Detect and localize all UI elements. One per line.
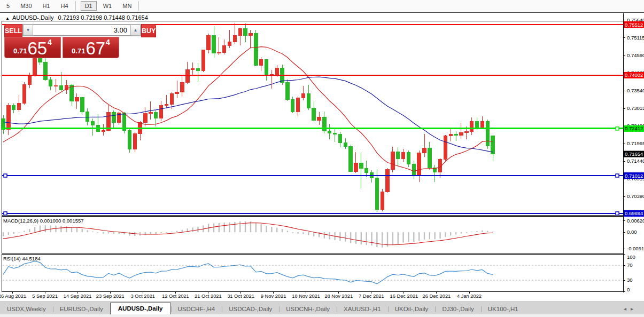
candle-body-25-nov [344, 143, 347, 147]
candle-body-13-oct [181, 83, 184, 92]
candle-body-14-dec [412, 164, 415, 175]
date-label: 18 Nov 2021 [292, 294, 320, 299]
candle-body-21-oct [212, 36, 215, 53]
symbol-tab-dj30-daily[interactable]: DJ30-,Daily [435, 304, 480, 315]
date-label: 31 Oct 2021 [227, 294, 254, 299]
candle-body-17-dec [428, 148, 431, 168]
timeframe-button-mn[interactable]: MN [118, 1, 136, 11]
candle-body-26-aug [2, 119, 5, 130]
timeframe-button-w1[interactable]: W1 [99, 1, 117, 11]
timeframe-button-m30[interactable]: M30 [16, 1, 36, 11]
macd-histogram [3, 221, 493, 248]
candle-body-8-nov [275, 68, 278, 75]
price-tick-label: 0.73540 [627, 88, 644, 93]
candle-body-29-sep [128, 131, 131, 149]
candle-body-29-dec [470, 121, 473, 132]
candle-body-3-dec [375, 178, 378, 210]
candle-body-19-oct [201, 50, 205, 71]
volume-decrease-button[interactable]: ▼ [23, 25, 33, 36]
candle-body-18-nov [317, 117, 321, 120]
candle-body-23-nov [333, 133, 336, 134]
candle-body-16-dec [423, 148, 426, 153]
macd-values: 0.001000 0.001557 [40, 218, 84, 224]
candle-body-10-dec [401, 153, 405, 158]
candle-body-6-oct [154, 112, 157, 118]
candle-body-25-oct [223, 46, 226, 53]
candle-body-24-sep [112, 112, 115, 123]
candle-body-22-oct [218, 52, 221, 53]
hline-handle-left[interactable] [4, 212, 7, 215]
sell-price-display[interactable]: 0.71 65 4 [4, 37, 61, 58]
symbol-tab-bar: USDX,WeeklyEURUSD-,DailyAUDUSD-,DailyUSD… [0, 302, 644, 315]
pane-border [2, 254, 623, 291]
symbol-tab-usdchf-h4[interactable]: USDCHF-,H4 [171, 304, 222, 315]
date-label: 12 Oct 2021 [162, 294, 189, 299]
candle-body-22-sep [102, 130, 105, 132]
status-strip [0, 314, 644, 317]
candle-body-8-dec [391, 152, 394, 170]
candle-body-4-oct [144, 113, 147, 122]
chart-window: 0.756400.751150.745900.740650.735400.730… [0, 12, 644, 302]
symbol-tab-audusd-daily[interactable]: AUDUSD-,Daily [110, 303, 171, 315]
volume-increase-button[interactable]: ▲ [130, 25, 141, 36]
date-label: 5 Sep 2021 [32, 294, 58, 299]
price-badge-label: 0.75512 [625, 22, 643, 28]
symbol-tab-usdcad-daily[interactable]: USDCAD-,Daily [222, 304, 279, 315]
buy-price-display[interactable]: 0.71 67 4 [63, 37, 119, 58]
sell-button[interactable]: SELL [4, 24, 22, 37]
volume-input[interactable] [33, 25, 130, 36]
symbol-tab-usdx-weekly[interactable]: USDX,Weekly [0, 304, 53, 315]
candle-body-6-dec [381, 192, 384, 210]
chart-title: ▲AUDUSD-,Daily0.72193 0.72198 0.71448 0.… [5, 14, 148, 21]
sell-price-prefix: 0.71 [13, 47, 27, 55]
candle-body-22-dec [444, 136, 447, 160]
price-tick-label: 0.73015 [627, 105, 644, 111]
candle-body-8-oct [165, 105, 168, 105]
timeframe-button-h4[interactable]: H4 [57, 1, 73, 11]
symbol-tab-ukoil-daily[interactable]: UKOil-,Daily [388, 304, 436, 315]
hline-handle-right[interactable] [616, 127, 619, 130]
candle-body-9-sep [54, 86, 57, 86]
buy-button[interactable]: BUY [141, 24, 156, 37]
sell-price-big-digits: 65 [27, 41, 47, 57]
candle-body-2-sep [28, 75, 31, 85]
timeframe-button-5[interactable]: 5 [2, 1, 14, 11]
hline-handle-left[interactable] [4, 174, 7, 177]
timeframe-button-d1[interactable]: D1 [81, 1, 97, 11]
candle-body-17-nov [312, 108, 315, 121]
candle-body-3-nov [259, 60, 262, 66]
rsi-tick-label: 30 [627, 277, 633, 283]
price-tick-label: 0.75115 [627, 35, 644, 41]
one-click-trade-panel: SELL ▼ ▲ BUY 0.71 65 4 0.71 67 4 [4, 24, 119, 58]
candle-body-17-sep [86, 112, 89, 122]
candle-body-15-sep [75, 98, 79, 101]
timeframe-toolbar: 5M30H1H4D1W1MN [0, 0, 644, 12]
date-label: 16 Dec 2021 [390, 294, 418, 299]
candle-body-15-oct [191, 69, 194, 70]
date-label: 7 Dec 2021 [359, 294, 384, 299]
buy-price-big-digits: 67 [86, 41, 105, 57]
price-badge-label: 0.74002 [625, 72, 643, 78]
candle-body-6-sep [38, 58, 42, 62]
symbol-tab-eurusd-daily[interactable]: EURUSD-,Daily [53, 304, 110, 315]
candle-body-20-oct [207, 36, 210, 50]
symbol-tab-usdcnh-daily[interactable]: USDCNH-,Daily [279, 304, 337, 315]
timeframe-button-h1[interactable]: H1 [38, 1, 55, 11]
candle-body-15-nov [301, 93, 305, 98]
collapse-chart-icon[interactable]: ▲ [5, 16, 10, 21]
date-label: 4 Jan 2022 [457, 294, 482, 299]
price-badge-label: 0.69884 [625, 210, 643, 216]
tab-scroll-arrows[interactable]: ◂▸ [624, 306, 638, 312]
candle-body-10-sep [59, 86, 63, 90]
symbol-tab-uk100-h1[interactable]: UK100-,H1 [481, 304, 525, 315]
candle-body-14-sep [70, 85, 73, 101]
hline-handle-right[interactable] [616, 174, 619, 177]
sell-price-pipette: 4 [48, 38, 52, 46]
candle-body-8-sep [49, 80, 52, 86]
candle-body-7-oct [159, 105, 162, 118]
ma-slow-line [3, 77, 493, 152]
candle-body-9-dec [397, 152, 400, 159]
hline-handle-right[interactable] [616, 212, 619, 215]
symbol-tab-xauusd-h1[interactable]: XAUUSD-,H1 [337, 304, 388, 315]
trading-terminal: 5M30H1H4D1W1MN 0.756400.751150.745900.74… [0, 0, 644, 317]
